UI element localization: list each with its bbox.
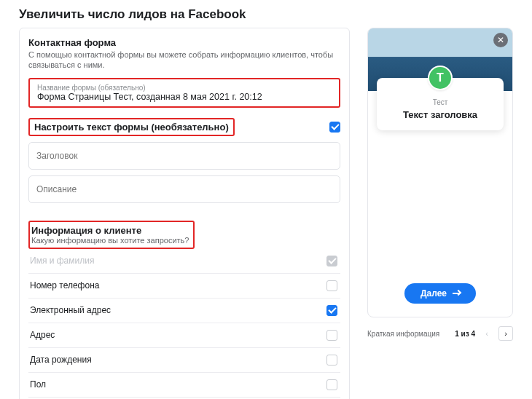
form-name-value: Форма Страницы Тест, созданная 8 мая 202…: [37, 92, 332, 102]
next-button[interactable]: Далее: [404, 283, 476, 304]
field-row: Электронный адрес: [28, 299, 340, 323]
preview-headline: Текст заголовка: [383, 109, 498, 120]
field-row: Имя и фамилия: [28, 249, 340, 274]
form-name-label: Название формы (обязательно): [37, 84, 332, 92]
avatar: Т: [428, 66, 453, 90]
field-row: Пол: [28, 373, 340, 398]
arrow-right-icon: [453, 293, 460, 294]
field-checkbox[interactable]: [326, 280, 337, 291]
client-info-subtitle: Какую информацию вы хотите запросить?: [31, 236, 189, 245]
form-text-title: Настроить текст формы (необязательно): [28, 118, 235, 136]
field-label: Адрес: [30, 330, 55, 340]
field-row: Адрес: [28, 323, 340, 348]
preview-brand-name: Тест: [383, 98, 498, 106]
field-row: Номер телефона: [28, 274, 340, 299]
next-button-label: Далее: [420, 288, 447, 299]
client-info-heading: Информация о клиенте Какую информацию вы…: [28, 221, 195, 249]
form-text-toggle[interactable]: [329, 122, 340, 133]
form-name-input[interactable]: Название формы (обязательно) Форма Стран…: [28, 78, 340, 108]
pager-position: 1 из 4: [455, 330, 475, 338]
pager-next-button[interactable]: ›: [498, 326, 513, 341]
preview-pager: Краткая информация 1 из 4 ‹ ›: [367, 326, 513, 341]
field-label: Электронный адрес: [30, 305, 111, 315]
field-checkbox[interactable]: [326, 305, 337, 316]
preview-column: ✕ Т Тест Текст заголовка Далее Краткая и…: [367, 28, 513, 399]
field-checkbox[interactable]: [326, 330, 337, 341]
contact-form-title: Контактная форма: [28, 37, 340, 48]
close-icon[interactable]: ✕: [493, 33, 508, 47]
field-checkbox[interactable]: [326, 355, 337, 366]
description-input[interactable]: [28, 175, 340, 203]
field-checkbox[interactable]: [326, 379, 337, 390]
contact-form-panel: Контактная форма С помощью контактной фо…: [19, 28, 350, 399]
heading-input[interactable]: [28, 142, 340, 170]
field-label: Пол: [30, 379, 46, 390]
pager-prev-button[interactable]: ‹: [480, 326, 494, 341]
pager-label: Краткая информация: [367, 330, 439, 338]
field-label: Имя и фамилия: [30, 256, 94, 266]
page-title: Увеличить число лидов на Facebook: [0, 0, 532, 28]
client-info-fields: Имя и фамилияНомер телефонаЭлектронный а…: [28, 249, 340, 399]
field-row: Дата рождения: [28, 348, 340, 373]
preview-card: Т Тест Текст заголовка: [377, 78, 504, 130]
client-info-title: Информация о клиенте: [31, 225, 189, 236]
field-label: Дата рождения: [30, 355, 92, 365]
mobile-preview: ✕ Т Тест Текст заголовка Далее: [367, 28, 513, 317]
field-checkbox: [326, 256, 337, 266]
field-label: Номер телефона: [30, 280, 99, 291]
contact-form-subtitle: С помощью контактной формы вы можете соб…: [28, 50, 340, 71]
